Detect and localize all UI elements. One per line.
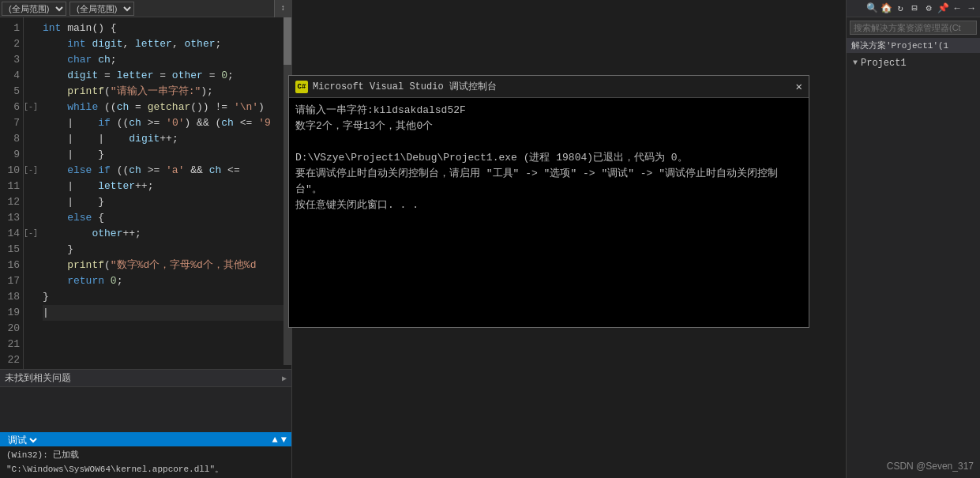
solution-tree: ▼ Project1 (847, 53, 980, 73)
debug-btn-2[interactable]: ▼ (281, 435, 287, 446)
toolbar-icon-pin[interactable]: 📌 (936, 2, 950, 16)
code-line: else if ((ch >= 'a' && ch <= (43, 163, 285, 179)
code-line: other++; (43, 226, 285, 242)
code-line: | letter++; (43, 179, 285, 194)
line-numbers: 1 2 3 4 5 6 7 8 9 10 11 12 13 14 15 16 1… (0, 17, 24, 369)
console-app-icon: C# (295, 81, 308, 93)
debug-header: 调试 ▲ ▼ (0, 434, 291, 446)
debug-dropdown[interactable]: 调试 (5, 434, 39, 446)
tree-project-label: Project1 (861, 56, 907, 70)
solution-search-input[interactable] (850, 21, 977, 35)
toolbar-dropdowns: (全局范围) (全局范围) (0, 2, 274, 16)
console-title-left: C# Microsoft Visual Studio 调试控制台 (295, 80, 497, 93)
console-body[interactable]: 请输入一串字符:kildsakdalsd52F 数字2个，字母13个，其他0个 … (289, 98, 809, 327)
scope-dropdown-2[interactable]: (全局范围) (69, 2, 134, 16)
issues-tab-label[interactable]: 未找到相关问题 (5, 371, 71, 385)
watermark: CSDN @Seven_317 (887, 461, 974, 472)
debug-toolbar: ▲ ▼ (272, 435, 287, 446)
right-panel: 🔍 🏠 ↻ ⊟ ⚙ 📌 ← → 解决方案'Project1'(1 ▼ Proje… (846, 0, 980, 478)
cursor-line: | (43, 305, 285, 321)
code-line: } (43, 242, 285, 258)
tree-item-project[interactable]: ▼ Project1 (847, 55, 980, 72)
collapse-markers: [-] [-] [-] (24, 17, 36, 369)
solution-label: 解决方案'Project1'(1 (851, 40, 948, 51)
console-line-2: 数字2个，字母13个，其他0个 (295, 119, 802, 134)
code-line: while ((ch = getchar()) != '\n') (43, 100, 285, 115)
code-line: else { (43, 210, 285, 226)
search-box-area (847, 17, 980, 38)
code-line: return 0; (43, 273, 285, 289)
code-line: int main() { (43, 21, 285, 36)
console-window: C# Microsoft Visual Studio 调试控制台 ✕ 请输入一串… (288, 75, 809, 328)
code-line: | | digit++; (43, 131, 285, 147)
toolbar-icon-search[interactable]: 🔍 (865, 2, 879, 16)
toolbar-icon-refresh[interactable]: ↻ (893, 2, 907, 16)
console-line-4: D:\VSzye\Project1\Debug\Project1.exe (进程… (295, 150, 802, 166)
editor-toolbar: (全局范围) (全局范围) ↕ (0, 0, 291, 17)
tree-arrow-project: ▼ (853, 56, 858, 70)
console-line-1: 请输入一串字符:kildsakdalsd52F (295, 103, 802, 119)
code-line: } (43, 289, 285, 305)
scrollbar-thumb[interactable] (283, 17, 291, 65)
debug-btn-1[interactable]: ▲ (272, 435, 278, 446)
toolbar-icon-home[interactable]: 🏠 (879, 2, 893, 16)
debug-content: (Win32): 已加载 "C:\Windows\SysWOW64\kernel… (0, 446, 291, 478)
code-line: printf("请输入一串字符:"); (43, 84, 285, 100)
toolbar-icon-collapse[interactable]: ⊟ (907, 2, 922, 16)
console-close-button[interactable]: ✕ (796, 80, 802, 93)
code-line: char ch; (43, 52, 285, 68)
code-line: | } (43, 147, 285, 163)
debug-panel: 调试 ▲ ▼ (Win32): 已加载 "C:\Windows\SysWOW64… (0, 432, 291, 478)
code-line: int digit, letter, other; (43, 36, 285, 52)
editor-pane: (全局范围) (全局范围) ↕ 1 2 3 4 5 6 7 8 9 10 (0, 0, 292, 478)
code-line: printf("数字%d个，字母%d个，其他%d (43, 258, 285, 273)
code-content[interactable]: int main() { int digit, letter, other; c… (36, 17, 291, 369)
console-line-3 (295, 134, 802, 150)
code-line: digit = letter = other = 0; (43, 68, 285, 84)
toolbar-icon-forward[interactable]: → (964, 2, 978, 16)
console-line-6: 按任意键关闭此窗口. . . (295, 198, 802, 213)
toolbar-icon-back[interactable]: ← (950, 2, 964, 16)
main-container: (全局范围) (全局范围) ↕ 1 2 3 4 5 6 7 8 9 10 (0, 0, 980, 478)
scope-dropdown-1[interactable]: (全局范围) (2, 2, 66, 16)
right-panel-toolbar: 🔍 🏠 ↻ ⊟ ⚙ 📌 ← → (847, 0, 980, 17)
console-line-5: 要在调试停止时自动关闭控制台，请启用 "工具" -> "选项" -> "调试" … (295, 166, 802, 198)
solution-explorer-header: 解决方案'Project1'(1 (847, 38, 980, 53)
code-line: | if ((ch >= '0') && (ch <= '9 (43, 115, 285, 131)
console-titlebar: C# Microsoft Visual Studio 调试控制台 ✕ (289, 76, 809, 98)
console-title-text: Microsoft Visual Studio 调试控制台 (313, 80, 497, 93)
issues-arrow[interactable]: ▶ (282, 374, 287, 383)
pin-button[interactable]: ↕ (274, 0, 291, 17)
toolbar-icon-settings[interactable]: ⚙ (922, 2, 936, 16)
code-area: 1 2 3 4 5 6 7 8 9 10 11 12 13 14 15 16 1… (0, 17, 291, 369)
code-line: | } (43, 194, 285, 210)
issues-panel: 未找到相关问题 ▶ (0, 369, 291, 432)
